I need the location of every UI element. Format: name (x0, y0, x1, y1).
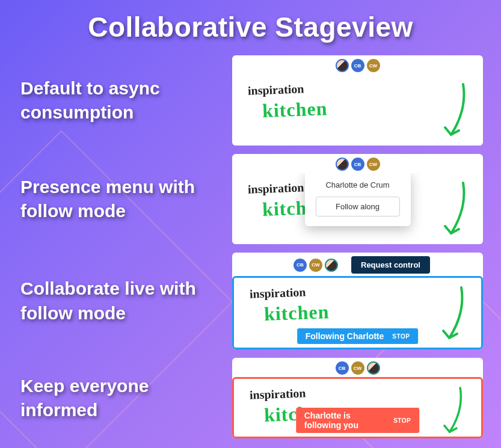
stop-button[interactable]: STOP (392, 333, 410, 340)
row-label: Presence menu with follow mode (20, 175, 219, 224)
avatar-photo[interactable] (367, 361, 380, 375)
stage-card: CB CW inspiration kitchen Charlotte is f… (232, 358, 483, 438)
status-label: Charlotte is following you (304, 411, 385, 430)
stop-button[interactable]: STOP (393, 417, 411, 424)
canvas[interactable]: inspiration kitchen Charlotte de Crum Fo… (232, 173, 483, 244)
stage-card: CB CW inspiration kitchen Charlotte de C… (232, 154, 483, 244)
arrow-icon (436, 178, 472, 244)
presence-popover: Charlotte de Crum Follow along (305, 173, 411, 226)
feature-row-3: Collaborate live with follow mode CB CW … (0, 253, 501, 358)
avatar-cb[interactable]: CB (336, 361, 349, 375)
status-label: Following Charlotte (306, 331, 384, 341)
feature-row-4: Keep everyone informed CB CW inspiration… (0, 358, 501, 447)
feature-row-2: Presence menu with follow mode CB CW ins… (0, 154, 501, 253)
avatar-cw[interactable]: CW (367, 158, 380, 171)
ink-text: inspiration (248, 82, 304, 97)
page-title: Collaborative Stageview (0, 0, 501, 43)
ink-text: inspiration (250, 386, 306, 402)
arrow-icon (434, 283, 470, 349)
row-label: Default to async consumption (20, 76, 219, 125)
avatar-cb[interactable]: CB (351, 59, 364, 72)
presence-bar: CB CW (232, 55, 483, 75)
stage-card: CB CW inspiration kitchen (232, 55, 483, 146)
canvas[interactable]: inspiration kitchen Following Charlotte … (232, 276, 483, 349)
ink-text: kitchen (263, 301, 330, 325)
row-label: Keep everyone informed (20, 374, 219, 423)
followed-status-pill: Charlotte is following you STOP (296, 408, 420, 433)
ink-text: inspiration (248, 180, 304, 196)
avatar-cw[interactable]: CW (309, 259, 322, 272)
ink-text: kitchen (262, 97, 328, 122)
follow-along-button[interactable]: Follow along (316, 197, 400, 216)
avatar-cb[interactable]: CB (294, 259, 307, 272)
popover-username: Charlotte de Crum (316, 180, 400, 189)
presence-bar: CB CW (232, 154, 483, 173)
avatar-cw[interactable]: CW (367, 59, 380, 72)
request-control-button[interactable]: Request control (351, 256, 430, 274)
canvas[interactable]: inspiration kitchen (232, 75, 483, 146)
presence-bar: CB CW Request control (232, 253, 483, 276)
avatar-cw[interactable]: CW (351, 361, 364, 375)
following-status-pill: Following Charlotte STOP (297, 328, 419, 344)
avatar-photo[interactable] (325, 259, 338, 272)
avatar-cb[interactable]: CB (351, 158, 364, 171)
avatar-photo[interactable] (336, 158, 349, 171)
ink-text: inspiration (250, 285, 306, 301)
stage-card: CB CW Request control inspiration kitche… (232, 253, 483, 349)
canvas[interactable]: inspiration kitchen Charlotte is followi… (232, 377, 483, 438)
row-label: Collaborate live with follow mode (20, 277, 219, 325)
presence-bar: CB CW (232, 358, 483, 377)
avatar-photo[interactable] (336, 59, 349, 72)
arrow-icon (436, 79, 472, 146)
feature-row-1: Default to async consumption CB CW inspi… (0, 55, 501, 154)
arrow-icon (434, 384, 470, 438)
